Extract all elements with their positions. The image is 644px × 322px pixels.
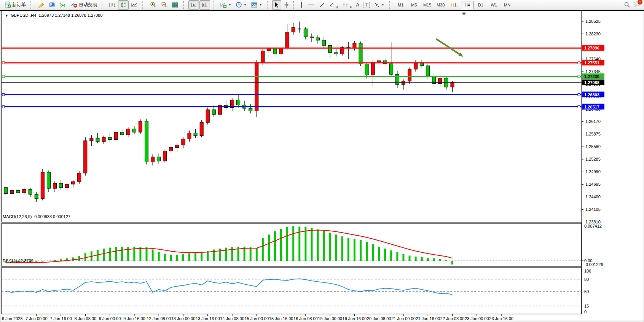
horizontal-lines[interactable]: 1.278961.275511.272301.270881.268031.265… [2,45,604,109]
chart-title-symbol: GBPUSD-,H4 [11,13,36,18]
panel-borders [2,11,582,314]
time-axis-label: 16 Jun 08:00 [293,316,318,321]
time-axis-label: 23 Jun 16:00 [489,316,513,321]
new-order-button[interactable]: 新订单 [3,0,28,10]
chart-title-ohlc: 1.26973 1.27148 1.26878 1.27088 [38,13,102,18]
arrows-tool-button[interactable]: ▼ [372,0,386,10]
template-icon [251,2,258,8]
time-axis-label: 7 Jun 16:00 [50,316,72,321]
line-chart-icon [131,2,138,8]
time-axis[interactable]: 6 Jun 20237 Jun 00:007 Jun 16:008 Jun 08… [2,314,513,321]
zoom-out-button[interactable] [159,0,169,10]
tf-h4-button[interactable]: H4 [461,1,474,9]
candlestick-chart-type-button[interactable] [118,0,129,10]
price-tag-label: 1.27230 [584,74,599,79]
chart-shift-marker[interactable] [462,13,466,15]
zoom-out-icon [161,2,167,8]
candle-body [41,172,44,199]
periods-button[interactable]: ▼ [234,0,249,10]
macd-indicator-label: MACD(12,26,9) -0.000833 0.000127 [3,214,70,219]
rsi-axis-label: 80 [584,277,589,282]
price-tag-label: 1.27551 [584,61,599,65]
time-axis-label: 15 Jun 00:00 [244,316,269,321]
price-axis-label: 1.28230 [585,32,601,36]
time-axis-label: 6 Jun 2023 [2,316,22,321]
chart-window: 6 Jun 20237 Jun 00:007 Jun 16:008 Jun 08… [0,10,644,322]
tf-m1-button[interactable]: M1 [394,1,407,9]
autotrading-button[interactable]: 自动交易 [69,0,99,10]
horizontal-line-tool-button[interactable] [306,0,317,10]
candle-body [72,182,75,184]
indicators-icon [220,2,227,8]
chart-shift-button[interactable] [199,0,210,10]
time-axis-label: 9 Jun 00:00 [99,316,121,321]
tile-windows-button[interactable] [170,0,180,10]
fibonacci-tool-letter: F [350,6,352,9]
zoom-in-button[interactable] [148,0,158,10]
text-label-tool-button[interactable]: T [362,0,371,10]
new-order-label: 新订单 [12,2,26,8]
tf-m15-button[interactable]: M15 [421,1,434,9]
arrows-icon [374,2,380,8]
tf-m30-button[interactable]: M30 [434,1,447,9]
tf-d1-button[interactable]: D1 [474,1,487,9]
candlestick-icon [120,2,127,8]
auto-scroll-button[interactable] [188,0,199,10]
tf-h1-button[interactable]: H1 [448,1,461,9]
vertical-line-tool-button[interactable] [297,0,306,10]
cursor-icon [274,2,279,8]
bar-chart-type-button[interactable] [107,0,118,10]
candle-body [151,157,155,162]
candle-body [169,148,173,151]
autotrading-icon [71,2,78,8]
candle-body [298,29,301,29]
chart-collapse-icon[interactable]: ▼ [5,14,8,18]
candle-body [90,138,93,141]
toolbar: 新订单 自动交易 [0,0,644,10]
fibonacci-tool-button[interactable]: F [341,0,354,10]
crosshair-tool-button[interactable] [282,0,292,10]
tf-m5-button[interactable]: M5 [408,1,421,9]
price-axis-label: 1.24400 [585,194,601,199]
time-axis-label: 22 Jun 08:00 [440,316,465,321]
notification-badge: 1 [638,0,642,5]
channel-tool-button[interactable]: E [327,0,340,10]
candle-body [402,81,405,84]
search-icon[interactable] [624,2,630,8]
indicators-button[interactable]: ▼ [218,0,233,10]
signals-button[interactable] [58,0,69,10]
candle-body [389,64,393,74]
notifications-button[interactable]: 1 [633,1,640,9]
rsi-axis-label: 50 [584,289,589,294]
candle-body [84,141,87,173]
line-chart-type-button[interactable] [129,0,140,10]
trendline-tool-button[interactable] [317,0,327,10]
candle-body [200,123,203,136]
time-axis-label: 7 Jun 00:00 [26,316,48,321]
data-window-button[interactable] [47,0,57,10]
chart-canvas[interactable]: 6 Jun 20237 Jun 00:007 Jun 16:008 Jun 08… [0,11,644,322]
templates-button[interactable]: ▼ [249,0,264,10]
candle-body [377,61,381,62]
text-tool-button[interactable]: A [354,0,361,10]
price-tag-label: 1.27896 [584,46,599,50]
candle-body [96,138,99,142]
tf-w1-button[interactable]: W1 [488,1,501,9]
autotrading-label: 自动交易 [79,2,97,8]
chart-title: ▼GBPUSD-,H4 1.26973 1.27148 1.26878 1.27… [5,13,103,18]
candle-body [322,40,326,45]
cursor-tool-button[interactable] [272,0,281,10]
candle-body [29,189,32,194]
price-axis-label: 1.27345 [585,69,601,74]
candle-body [304,29,307,37]
tf-mn-button[interactable]: MN [501,1,514,9]
text-tool-letter: A [356,2,359,8]
channel-icon [329,2,336,8]
time-axis-label: 9 Jun 16:00 [123,316,145,321]
candle-body [279,48,283,54]
candle-body [414,62,418,69]
rsi-axis-label: 0 [584,309,587,314]
fibonacci-icon [343,2,349,8]
hline-anchor [578,62,580,64]
metaeditor-button[interactable] [36,0,46,10]
